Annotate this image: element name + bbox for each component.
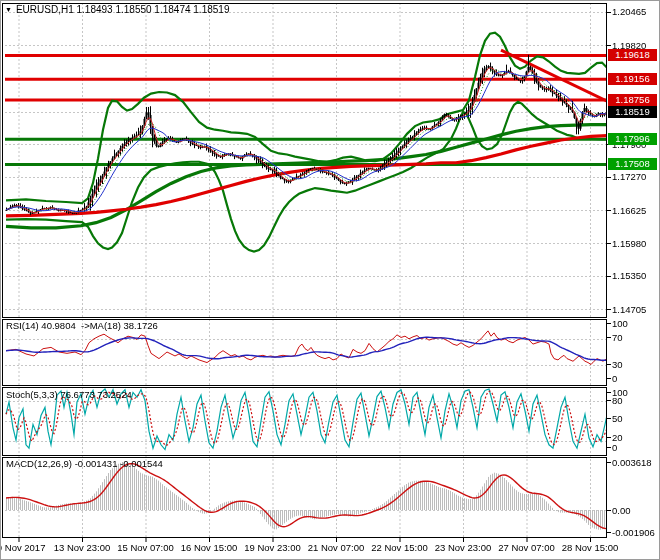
price-chart-canvas[interactable]	[1, 1, 660, 560]
price-level-badge-resistance: 1.19618	[608, 49, 657, 61]
stoch-axis-label: 0	[612, 442, 617, 453]
price-level-badge-resistance: 1.18756	[608, 94, 657, 106]
macd-indicator-label: MACD(12,26,9) -0.001431 -0.001544	[6, 458, 163, 469]
rsi-axis-label: 100	[612, 318, 628, 329]
price-axis-label: 1.20465	[612, 6, 646, 17]
price-level-badge-current: 1.18519	[608, 106, 657, 118]
price-axis-label: 1.17270	[612, 171, 646, 182]
macd-axis-label: -0.001906	[612, 527, 655, 538]
symbol-timeframe: EURUSD,H1	[16, 4, 74, 15]
chart-title: ▼EURUSD,H1 1.18493 1.18550 1.18474 1.185…	[5, 4, 229, 15]
stoch-axis-label: 80	[612, 395, 623, 406]
rsi-axis-label: 70	[612, 332, 623, 343]
time-axis-label: 28 Nov 15:00	[550, 542, 630, 553]
price-axis-label: 1.16625	[612, 205, 646, 216]
price-axis-label: 1.15350	[612, 270, 646, 281]
macd-axis-label: 0.00	[612, 505, 631, 516]
price-axis-label: 1.15980	[612, 238, 646, 249]
stoch-indicator-label: Stoch(5,3,3) 76.6773 73.2524	[6, 389, 132, 400]
price-axis-label: 1.14705	[612, 304, 646, 315]
trading-chart-window: ▼EURUSD,H1 1.18493 1.18550 1.18474 1.185…	[0, 0, 660, 560]
price-level-badge-resistance: 1.19156	[608, 73, 657, 85]
rsi-axis-label: 30	[612, 359, 623, 370]
price-level-badge-support: 1.17508	[608, 158, 657, 170]
ohlc-quote: 1.18493 1.18550 1.18474 1.18519	[77, 4, 230, 15]
price-level-badge-support: 1.17996	[608, 133, 657, 145]
stoch-axis-label: 50	[612, 413, 623, 424]
rsi-axis-label: 0	[612, 373, 617, 384]
symbol-dropdown-icon[interactable]: ▼	[5, 6, 12, 13]
macd-axis-label: 0.003618	[612, 457, 652, 468]
rsi-indicator-label: RSI(14) 40.9804 ->MA(18) 38.1726	[6, 320, 158, 331]
